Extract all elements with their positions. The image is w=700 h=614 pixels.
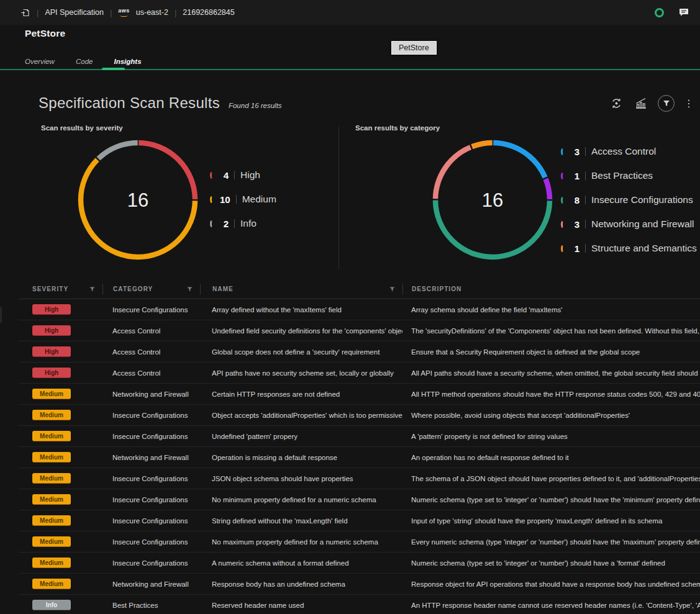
legend-arc-icon	[210, 195, 216, 204]
legend-item[interactable]: 1 Best Practices	[561, 169, 697, 183]
table-row[interactable]: Medium Insecure Configurations No maximu…	[19, 531, 700, 553]
table-row[interactable]: Medium Insecure Configurations String de…	[19, 510, 700, 531]
legend-item[interactable]: 1 Structure and Semantics	[561, 242, 697, 255]
aws-logo-icon: aws	[118, 8, 130, 17]
name-cell: Response body has an undefined schema	[200, 580, 402, 588]
kebab-menu-icon[interactable]: ⋮	[684, 99, 694, 109]
description-cell: Where possible, avoid using objects that…	[402, 412, 700, 419]
column-header-severity[interactable]: SEVERITY	[19, 284, 102, 295]
legend-item[interactable]: 8 Insecure Configurations	[561, 193, 697, 207]
severity-badge: Medium	[32, 389, 71, 399]
region-label[interactable]: us-east-2	[136, 8, 168, 17]
category-cell: Insecure Configurations	[102, 412, 200, 419]
legend-item[interactable]: 3 Networking and Firewall	[561, 217, 697, 231]
filter-funnel-icon[interactable]	[89, 287, 95, 292]
severity-badge: Medium	[32, 494, 71, 505]
table-header: SEVERITY CATEGORY NAME DESCRIPTION	[19, 279, 700, 299]
table-row[interactable]: Medium Insecure Configurations Object ac…	[19, 405, 700, 426]
description-cell: Input of type 'string' should have the p…	[402, 517, 700, 525]
legend-value: 1	[571, 171, 580, 181]
table-row[interactable]: Medium Insecure Configurations A numeric…	[19, 553, 700, 574]
divider: |	[110, 8, 112, 17]
category-cell: Insecure Configurations	[102, 559, 200, 567]
table-row[interactable]: Medium Insecure Configurations No minimu…	[19, 489, 700, 510]
column-header-description[interactable]: DESCRIPTION	[402, 284, 700, 295]
legend-value: 3	[571, 147, 580, 157]
name-cell: A numeric schema without a format define…	[200, 559, 402, 567]
description-cell: A 'pattern' property is not defined for …	[402, 433, 700, 440]
divider: |	[37, 8, 39, 17]
name-cell: Array defined without the 'maxItems' fie…	[200, 306, 402, 314]
page-title: PetStore	[25, 28, 65, 39]
legend-arc-icon	[210, 219, 216, 228]
column-header-category[interactable]: CATEGORY	[102, 284, 200, 295]
legend-item[interactable]: 4 High	[210, 168, 276, 182]
petstore-tooltip: PetStore	[391, 41, 437, 55]
severity-badge: Medium	[32, 558, 71, 568]
table-row[interactable]: High Access Control API paths have no se…	[19, 363, 700, 384]
filter-button[interactable]	[658, 95, 675, 112]
account-id: 216926862845	[183, 8, 234, 17]
legend-divider	[585, 196, 586, 204]
donut-center-total: 16	[482, 189, 503, 211]
table-row[interactable]: High Access Control Global scope does no…	[19, 341, 700, 363]
legend-value: 4	[220, 170, 229, 181]
severity-badge: Medium	[32, 515, 71, 526]
name-cell: Undefined 'pattern' propery	[200, 433, 402, 440]
table-row[interactable]: Medium Insecure Configurations Undefined…	[19, 426, 700, 447]
tab-code[interactable]: Code	[76, 58, 93, 69]
severity-badge: Info	[32, 600, 71, 610]
refresh-button[interactable]	[609, 96, 624, 111]
description-cell: Every numeric schema (type 'integer' or …	[402, 538, 700, 546]
filter-funnel-icon[interactable]	[187, 287, 193, 292]
table-row[interactable]: Info Best Practices Reserved header name…	[19, 595, 700, 614]
severity-badge: Medium	[32, 579, 71, 589]
legend-arc-icon	[561, 171, 566, 181]
legend-divider	[585, 171, 586, 180]
legend-label: Access Control	[591, 146, 656, 157]
legend-divider	[234, 219, 235, 228]
severity-badge: High	[32, 368, 71, 378]
table-row[interactable]: High Access Control Undefined field secu…	[19, 320, 700, 341]
legend-divider	[234, 171, 235, 179]
description-cell: Array schema should define the field 'ma…	[402, 306, 700, 314]
severity-legend: 4 High 10 Medium 2 Info	[210, 168, 276, 230]
legend-item[interactable]: 3 Access Control	[561, 145, 697, 158]
category-cell: Insecure Configurations	[102, 475, 200, 482]
table-row[interactable]: High Insecure Configurations Array defin…	[19, 299, 700, 320]
table-row[interactable]: Medium Networking and Firewall Operation…	[19, 447, 700, 468]
legend-value: 1	[571, 243, 580, 254]
description-cell: The schema of a JSON object should have …	[402, 475, 700, 482]
column-header-name[interactable]: NAME	[200, 284, 402, 295]
breadcrumb-title[interactable]: API Specification	[45, 8, 104, 17]
severity-badge: Medium	[32, 410, 71, 420]
severity-badge: Medium	[32, 452, 71, 463]
legend-item[interactable]: 2 Info	[210, 217, 276, 230]
table-row[interactable]: Medium Insecure Configurations JSON obje…	[19, 468, 700, 489]
panel-header: Specification Scan Results Found 16 resu…	[39, 94, 282, 112]
legend-divider	[585, 244, 586, 253]
name-cell: Reserved header name used	[200, 602, 402, 609]
filter-funnel-icon[interactable]	[389, 287, 395, 292]
table-row[interactable]: Medium Networking and Firewall Response …	[19, 574, 700, 595]
tab-overview[interactable]: Overview	[25, 58, 55, 69]
legend-divider	[585, 220, 586, 228]
severity-badge: High	[32, 304, 71, 315]
api-spec-icon[interactable]	[20, 7, 30, 18]
name-cell: No maximum property defined for a numeri…	[200, 538, 402, 546]
category-cell: Insecure Configurations	[102, 306, 200, 314]
description-cell: Response object for API operations that …	[402, 580, 700, 588]
name-cell: Certain HTTP responses are not defined	[200, 391, 402, 398]
legend-divider	[236, 195, 237, 204]
legend-arc-icon	[210, 171, 216, 180]
legend-label: Structure and Semantics	[591, 243, 697, 254]
legend-value: 10	[220, 194, 230, 205]
status-ring-icon[interactable]	[655, 8, 664, 17]
chat-icon[interactable]	[679, 8, 689, 17]
severity-chart-title: Scan results by severity	[41, 124, 123, 132]
category-cell: Networking and Firewall	[102, 580, 200, 588]
legend-item[interactable]: 10 Medium	[210, 192, 276, 206]
description-cell: An operation has no default response def…	[402, 454, 700, 461]
chart-view-button[interactable]	[634, 96, 648, 111]
table-row[interactable]: Medium Networking and Firewall Certain H…	[19, 384, 700, 405]
